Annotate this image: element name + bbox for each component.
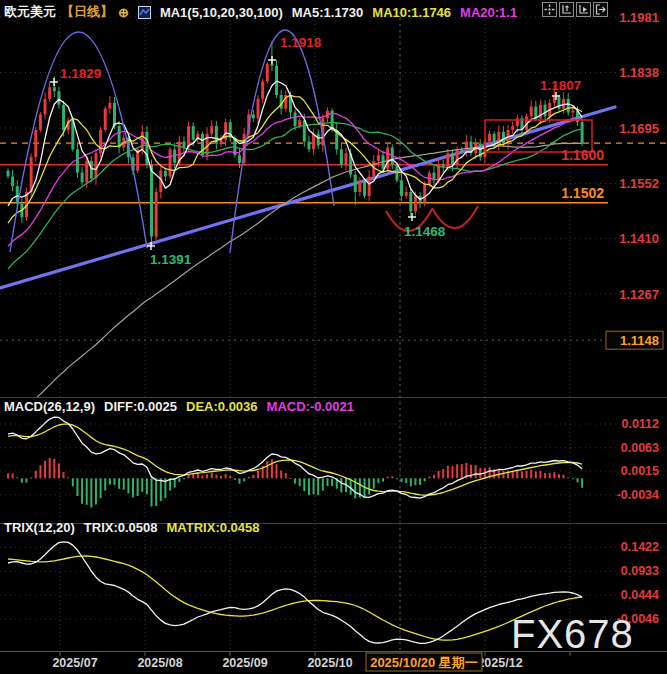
candle-body [182,142,185,148]
candle-body [456,149,459,165]
macd-histogram-bar [576,478,578,482]
macd-histogram-bar [535,471,537,478]
candle-body [164,171,167,177]
macd-histogram-bar [53,459,55,479]
candle-body [261,81,264,98]
chart-toolbar [542,2,608,17]
macd-tick-label: -0.0034 [617,488,659,502]
candle-body [11,176,14,186]
macd-tick-label: 0.0063 [621,441,659,455]
candle-body [511,126,514,130]
macd-histogram-bar [299,478,301,486]
macd-histogram-bar [502,471,504,478]
macd-histogram-bar [155,478,157,506]
candle-body [386,147,389,168]
candle-body [90,161,93,178]
macd-histogram-bar [294,478,296,483]
matrix-line [8,556,582,640]
trix-pane [8,542,582,644]
macd-histogram-bar [211,473,213,479]
macd-histogram-bar [30,478,32,479]
symbol-title: 欧元美元 [4,3,56,21]
macd-histogram-bar [530,470,532,479]
candle-body [400,180,403,196]
candle-body [192,126,195,140]
candle-body [488,134,491,142]
macd-histogram-bar [215,475,217,478]
macd-histogram-bar [438,471,440,478]
axis-play-button[interactable] [576,2,591,17]
macd-histogram-bar [382,478,384,481]
macd-histogram-bar [581,478,583,487]
candle-body [502,132,505,144]
macd-histogram-bar [266,461,268,478]
period-tag[interactable]: 【日线】 [61,3,113,21]
macd-histogram-bar [12,473,14,478]
exit-pane-button[interactable] [593,2,608,17]
macd-dea-value: DEA:0.0036 [186,399,258,414]
macd-histogram-bar [95,478,97,504]
candle-body [113,103,116,126]
price-tick-label: 1.1981 [619,10,659,25]
macd-histogram-bar [229,476,231,479]
macd-histogram-bar [276,464,278,478]
macd-histogram-bar [313,478,315,494]
ascending-trendline [0,107,615,288]
main-chart-legend: 欧元美元 【日线】 ⊕ MA1(5,10,20,30,100) MA5:1.17… [4,3,517,21]
ma20-value: MA20:1.1 [460,5,517,20]
candle-body [317,134,320,146]
macd-histogram-bar [368,478,370,494]
macd-histogram-bar [280,470,282,478]
candle-body [303,120,306,141]
candle-body [81,173,84,183]
swing-low-label: 1.1391 [150,252,192,267]
swing-high-label: 1.1807 [540,78,581,93]
macd-histogram-bar [16,477,18,478]
macd-histogram-bar [123,478,125,489]
candle-body [48,87,51,99]
macd-histogram-bar [160,478,162,501]
price-tick-label: 1.1695 [619,121,659,136]
price-tick-label: 1.1838 [619,65,659,80]
macd-histogram-bar [553,472,555,478]
date-tick-label: 2025/09 [222,656,267,670]
axis-zoom-up-button[interactable] [559,2,574,17]
ma100-line [8,143,582,421]
diff-line [8,417,582,498]
macd-tick-label: 0.0015 [621,464,659,478]
macd-histogram-bar [81,478,83,503]
link-icon[interactable]: ⊕ [118,5,129,20]
trix-value: TRIX:0.0508 [84,520,158,535]
candle-body [169,149,172,176]
candle-body [344,153,347,165]
chart-canvas[interactable]: 1.18291.19181.18071.13911.14681.19811.18… [0,0,667,674]
candle-body [94,153,97,178]
macd-histogram-bar [49,458,51,478]
macd-histogram-bar [271,459,273,478]
macd-value: MACD:-0.0021 [267,399,354,414]
level-line-label: 1.1502 [561,185,604,201]
fit-center-button[interactable] [542,2,557,17]
ma30-line [8,122,582,269]
macd-histogram-bar [433,475,435,479]
crosshair-price-label: 1.1148 [620,333,659,348]
candle-body [544,105,547,117]
candle-body [298,120,301,126]
candle-body [30,157,33,192]
candle-body [446,153,449,167]
macd-name[interactable]: MACD(26,12,9) [4,399,95,414]
macd-histogram-bar [285,473,287,478]
candle-body [377,155,380,161]
main-price-axis: 1.19811.18381.16951.15521.14101.12671.16… [561,10,663,350]
price-tick-label: 1.1410 [619,231,659,246]
macd-histogram-bar [475,465,477,478]
candle-body [497,132,500,146]
macd-histogram-bar [35,471,37,478]
swing-high-label: 1.1918 [280,35,322,50]
ma5-value: MA5:1.1730 [292,5,364,20]
trix-name[interactable]: TRIX(12,20) [4,520,75,535]
macd-histogram-bar [447,466,449,478]
macd-histogram-bar [303,478,305,491]
candle-body [57,91,60,105]
ma-config-label[interactable]: MA1(5,10,20,30,100) [160,5,283,20]
